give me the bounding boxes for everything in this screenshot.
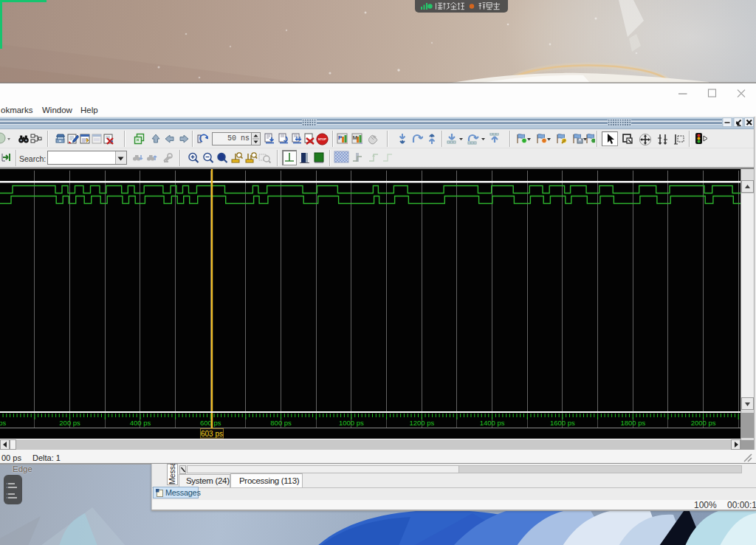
svg-text:1000 ps: 1000 ps xyxy=(339,419,364,427)
svg-text:2000 ps: 2000 ps xyxy=(691,419,716,427)
svg-text:400 ps: 400 ps xyxy=(130,419,151,427)
svg-text:1400 ps: 1400 ps xyxy=(480,419,505,427)
svg-text:STOP: STOP xyxy=(318,137,327,141)
svg-text:P: P xyxy=(338,134,343,141)
svg-text:603 ps: 603 ps xyxy=(201,430,223,438)
svg-text:1600 ps: 1600 ps xyxy=(550,419,575,427)
svg-text:0 ps: 0 ps xyxy=(0,419,7,427)
svg-text:600 ps: 600 ps xyxy=(200,419,221,427)
svg-text:200 ps: 200 ps xyxy=(59,419,80,427)
svg-text:1200 ps: 1200 ps xyxy=(409,419,434,427)
svg-text:800 ps: 800 ps xyxy=(270,419,292,427)
svg-text:M: M xyxy=(353,134,358,141)
svg-text:1800 ps: 1800 ps xyxy=(620,419,645,427)
svg-text:Messa: Messa xyxy=(168,464,176,484)
